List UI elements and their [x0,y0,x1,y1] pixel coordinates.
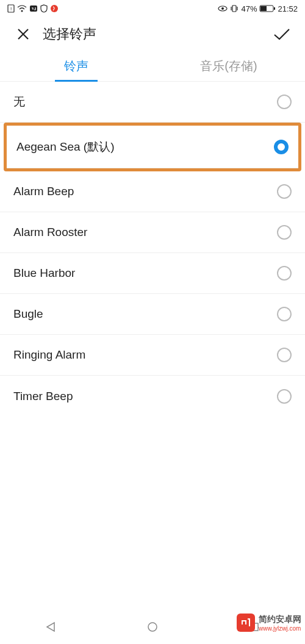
tab-ringtone[interactable]: 铃声 [0,51,152,81]
close-button[interactable] [12,23,34,45]
vibrate-icon [230,4,239,13]
status-right: 47% 21:52 [218,4,298,13]
ringtone-item-default[interactable]: Aegean Sea (默认) [7,126,298,168]
radio-unselected [277,389,292,404]
ringtone-list: 无 Aegean Sea (默认) Alarm Beep Alarm Roost… [0,82,305,417]
confirm-button[interactable] [271,23,293,45]
ringtone-label: Blue Harbor [13,267,75,280]
ringtone-label: Timer Beep [13,390,73,403]
svg-marker-15 [47,623,54,631]
status-left: ! [7,4,59,13]
wifi-icon [17,5,27,12]
watermark-logo-icon [237,614,255,632]
svg-rect-3 [30,5,37,12]
shield-icon [40,4,48,13]
battery-percent: 47% [241,4,257,13]
svg-point-16 [148,623,157,631]
svg-rect-11 [260,6,267,11]
nav-back-button[interactable] [42,618,59,635]
ringtone-item-alarm-beep[interactable]: Alarm Beep [0,171,305,212]
ringtone-item-alarm-rooster[interactable]: Alarm Rooster [0,212,305,253]
radio-unselected [277,307,292,321]
ringtone-label: Aegean Sea (默认) [16,139,115,155]
ringtone-item-bugle[interactable]: Bugle [0,294,305,335]
ringtone-label: Alarm Rooster [13,226,87,239]
ringtone-item-none[interactable]: 无 [0,82,305,123]
svg-text:!: ! [10,6,12,12]
svg-rect-12 [274,7,275,10]
radio-unselected [277,184,292,199]
radio-unselected [277,225,292,240]
highlight-box: Aegean Sea (默认) [4,123,301,171]
tabs: 铃声 音乐(存储) [0,51,305,82]
battery-icon [259,5,275,12]
nav-home-button[interactable] [144,618,161,635]
radio-unselected [277,95,292,109]
watermark: 简约安卓网 www.jylzwj.com [237,614,301,632]
data-icon [29,5,38,12]
radio-unselected [277,348,292,362]
watermark-text: 简约安卓网 www.jylzwj.com [259,614,301,632]
svg-rect-7 [232,5,236,12]
ringtone-item-ringing-alarm[interactable]: Ringing Alarm [0,335,305,376]
ringtone-label: 无 [13,94,25,110]
tab-music-storage[interactable]: 音乐(存储) [152,51,305,81]
status-bar: ! 47% 21:52 [0,0,305,17]
watermark-url: www.jylzwj.com [259,625,301,632]
ringtone-label: Bugle [13,307,43,321]
page-title: 选择铃声 [43,25,96,43]
radio-unselected [277,266,292,281]
status-time: 21:52 [278,4,298,13]
svg-point-2 [21,10,23,12]
music-app-icon [50,4,59,13]
svg-point-6 [221,7,224,10]
watermark-name: 简约安卓网 [259,614,301,625]
ringtone-item-blue-harbor[interactable]: Blue Harbor [0,253,305,294]
header: 选择铃声 [0,17,305,51]
sim-icon: ! [7,4,15,13]
ringtone-item-timer-beep[interactable]: Timer Beep [0,376,305,417]
ringtone-label: Alarm Beep [13,185,74,198]
radio-selected [274,140,289,154]
ringtone-label: Ringing Alarm [13,348,85,362]
eye-icon [218,5,228,12]
